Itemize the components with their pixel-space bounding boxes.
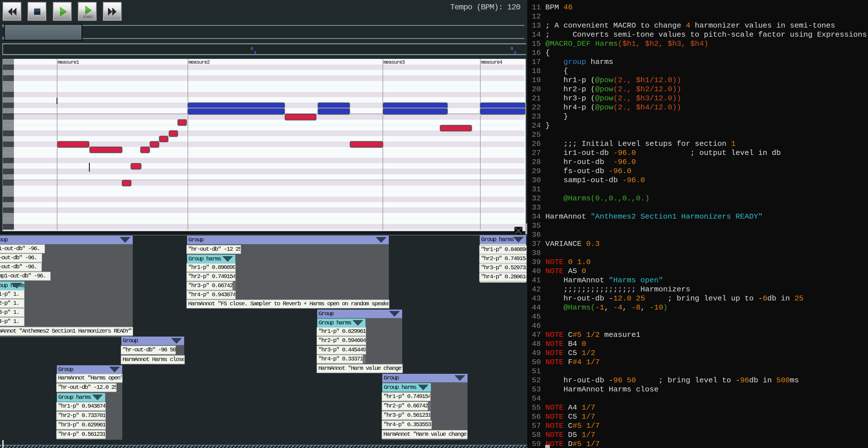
svg-text:START: START <box>83 15 93 19</box>
